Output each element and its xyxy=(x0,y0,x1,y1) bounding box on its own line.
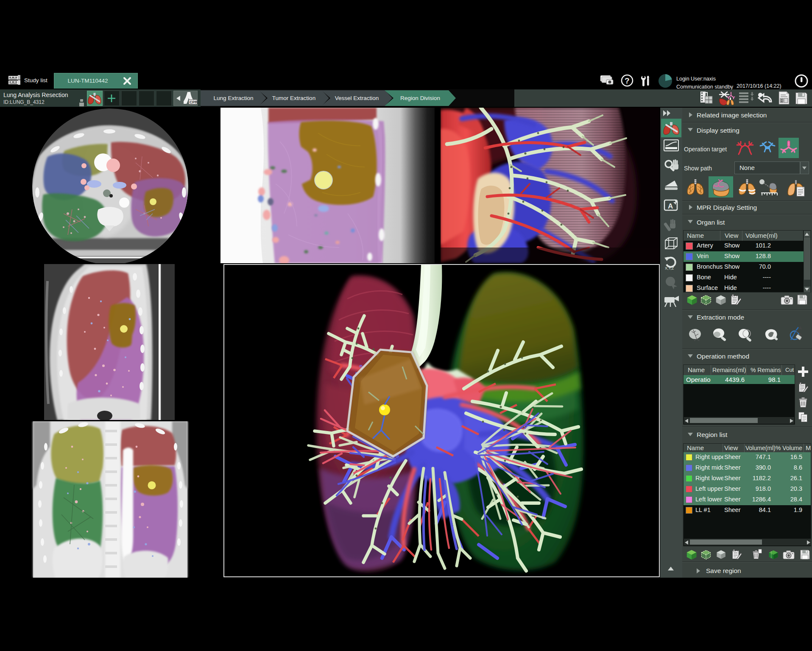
svg-text:?: ? xyxy=(625,76,630,85)
svg-text:A: A xyxy=(668,202,673,210)
svg-text:X,Y,Z: X,Y,Z xyxy=(665,266,674,270)
svg-text:CPR: CPR xyxy=(190,100,198,104)
